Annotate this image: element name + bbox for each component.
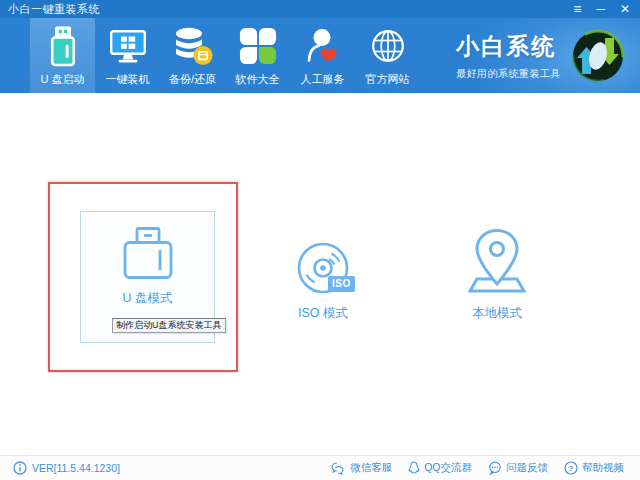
- status-link-label: 微信客服: [350, 461, 392, 475]
- feedback-bubble-icon: [488, 461, 502, 475]
- status-link-label: QQ交流群: [424, 461, 472, 475]
- person-service-icon: [305, 24, 341, 68]
- mode-iso[interactable]: ISO ISO 模式: [277, 242, 369, 322]
- info-icon: [13, 461, 27, 475]
- iso-badge: ISO: [328, 276, 355, 292]
- statusbar-links: 微信客服 QQ交流群: [331, 461, 624, 475]
- wechat-icon: [331, 462, 346, 475]
- toolbar-item-label: 官方网站: [366, 72, 410, 87]
- database-backup-icon: [173, 24, 213, 68]
- window-title: 小白一键重装系统: [8, 2, 100, 17]
- help-video-link[interactable]: ? 帮助视频: [564, 461, 624, 475]
- help-circle-icon: ?: [564, 461, 578, 475]
- qq-group-link[interactable]: QQ交流群: [408, 461, 472, 475]
- svg-text:?: ?: [569, 464, 574, 473]
- software-clover-icon: [239, 24, 277, 68]
- toolbar-item-service[interactable]: 人工服务: [290, 18, 355, 93]
- qq-icon: [408, 461, 420, 475]
- minimize-button[interactable]: ─: [596, 0, 605, 18]
- version-text: VER[11.5.44.1230]: [32, 462, 120, 474]
- iso-disc-icon: ISO: [295, 242, 351, 294]
- titlebar: 小白一键重装系统 ≡ ─ ✕: [0, 0, 640, 18]
- globe-icon: [370, 24, 406, 68]
- toolbar-item-label: 备份/还原: [169, 72, 216, 87]
- usb-outline-icon: [123, 227, 173, 279]
- close-button[interactable]: ✕: [620, 0, 630, 18]
- mode-local-label: 本地模式: [451, 305, 543, 322]
- window-controls: ≡ ─ ✕: [573, 0, 630, 18]
- app-window: 小白一键重装系统 ≡ ─ ✕ U 盘启动: [0, 0, 640, 480]
- recycle-arrows-logo: [567, 25, 629, 87]
- toolbar: U 盘启动 一键装机: [0, 18, 640, 93]
- wechat-support-link[interactable]: 微信客服: [331, 461, 392, 475]
- mode-iso-label: ISO 模式: [277, 305, 369, 322]
- brand-name: 小白系统: [456, 31, 561, 62]
- brand-area: 小白系统 最好用的系统重装工具: [456, 18, 629, 93]
- toolbar-item-label: 一键装机: [106, 72, 150, 87]
- mode-usb-label: U 盘模式: [81, 290, 214, 307]
- mode-local[interactable]: 本地模式: [451, 228, 543, 322]
- statusbar: VER[11.5.44.1230] 微信客服 QQ交流群: [0, 455, 640, 480]
- location-pin-icon: [468, 228, 526, 294]
- menu-button[interactable]: ≡: [573, 0, 581, 18]
- brand-slogan: 最好用的系统重装工具: [456, 67, 561, 81]
- status-link-label: 问题反馈: [506, 461, 548, 475]
- toolbar-item-website[interactable]: 官方网站: [355, 18, 420, 93]
- tooltip: 制作启动U盘系统安装工具: [112, 318, 226, 333]
- toolbar-item-software[interactable]: 软件大全: [225, 18, 290, 93]
- feedback-link[interactable]: 问题反馈: [488, 461, 548, 475]
- usb-drive-icon: [47, 24, 79, 68]
- main-content: U 盘模式 制作启动U盘系统安装工具 ISO ISO 模式: [0, 93, 640, 455]
- toolbar-item-label: U 盘启动: [41, 72, 85, 87]
- toolbar-item-label: 人工服务: [301, 72, 345, 87]
- toolbar-item-label: 软件大全: [236, 72, 280, 87]
- toolbar-item-backup-restore[interactable]: 备份/还原: [160, 18, 225, 93]
- toolbar-item-one-click-install[interactable]: 一键装机: [95, 18, 160, 93]
- toolbar-items: U 盘启动 一键装机: [30, 18, 420, 93]
- status-link-label: 帮助视频: [582, 461, 624, 475]
- monitor-install-icon: [108, 24, 148, 68]
- version-info[interactable]: VER[11.5.44.1230]: [13, 461, 120, 475]
- toolbar-item-usb-boot[interactable]: U 盘启动: [30, 18, 95, 93]
